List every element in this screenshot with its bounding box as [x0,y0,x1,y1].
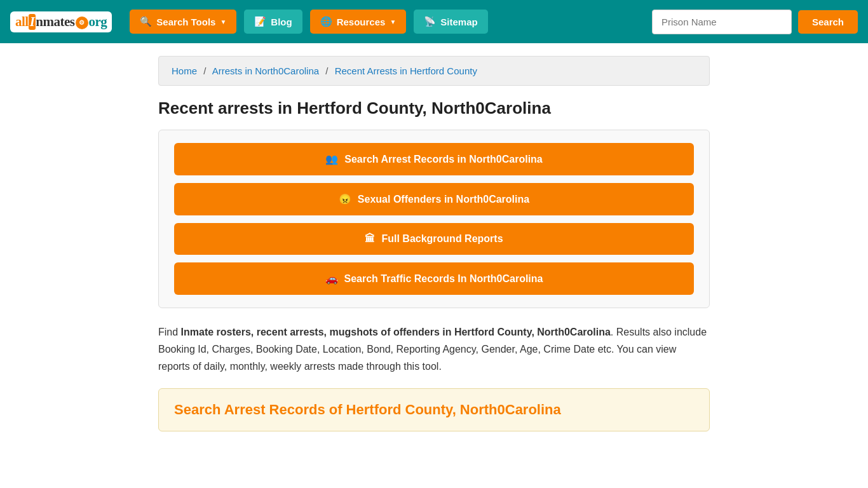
breadcrumb-current[interactable]: Recent Arrests in Hertford County [335,65,477,76]
resources-button[interactable]: 🌐 Resources ▼ [310,10,407,34]
breadcrumb-sep-1: / [203,65,206,76]
resources-label: Resources [337,17,386,27]
logo-org: org [89,14,107,29]
action-card: 👥 Search Arrest Records in North0Carolin… [158,130,710,308]
blog-icon: 📝 [254,16,266,27]
navbar-right: Search [652,10,858,34]
description-intro: Find [158,327,181,337]
full-background-reports-button[interactable]: 🏛 Full Background Reports [174,223,694,255]
logo-nmates: nmates [36,14,74,29]
building-icon: 🏛 [365,233,375,245]
search-section: Search Arrest Records of Hertford County… [158,388,710,431]
search-section-title: Search Arrest Records of Hertford County… [174,402,694,418]
full-background-reports-label: Full Background Reports [381,233,503,245]
search-tools-button[interactable]: 🔍 Search Tools ▼ [130,10,236,34]
search-arrest-records-button[interactable]: 👥 Search Arrest Records in North0Carolin… [174,143,694,175]
offender-icon: 😠 [339,193,351,205]
people-icon: 👥 [325,153,338,165]
logo-area: allInmates⚙org [10,11,112,32]
sitemap-label: Sitemap [440,17,477,27]
resources-icon: 🌐 [320,16,332,27]
chevron-down-icon: ▼ [220,18,226,25]
chevron-down-icon-2: ▼ [390,18,396,25]
sitemap-icon: 📡 [424,16,436,27]
sitemap-button[interactable]: 📡 Sitemap [414,10,487,34]
car-icon: 🚗 [325,273,338,285]
main-content: Home / Arrests in North0Carolina / Recen… [148,43,720,444]
logo-all: all [15,14,29,29]
blog-label: Blog [271,17,292,27]
logo: allInmates⚙org [15,14,107,30]
prison-name-input[interactable] [652,10,792,34]
sexual-offenders-button[interactable]: 😠 Sexual Offenders in North0Carolina [174,183,694,215]
breadcrumb-sep-2: / [325,65,328,76]
description: Find Inmate rosters, recent arrests, mug… [158,323,710,376]
blog-button[interactable]: 📝 Blog [244,10,302,34]
description-bold: Inmate rosters, recent arrests, mugshots… [181,327,611,337]
navbar-search-button[interactable]: Search [798,10,858,34]
sexual-offenders-label: Sexual Offenders in North0Carolina [358,194,529,205]
search-arrest-records-label: Search Arrest Records in North0Carolina [344,154,543,165]
search-traffic-records-label: Search Traffic Records In North0Carolina [344,273,543,285]
logo-i: I [29,14,36,30]
navbar: allInmates⚙org 🔍 Search Tools ▼ 📝 Blog 🌐… [0,0,868,43]
logo-dot: ⚙ [76,17,88,29]
search-icon: 🔍 [140,16,152,27]
search-traffic-records-button[interactable]: 🚗 Search Traffic Records In North0Caroli… [174,262,694,295]
breadcrumb-arrests[interactable]: Arrests in North0Carolina [212,65,319,76]
page-title: Recent arrests in Hertford County, North… [158,98,710,118]
search-tools-label: Search Tools [156,17,215,27]
logo-box: allInmates⚙org [10,11,112,32]
breadcrumb-home[interactable]: Home [172,65,197,76]
breadcrumb: Home / Arrests in North0Carolina / Recen… [158,56,710,86]
navbar-search-label: Search [812,17,844,27]
